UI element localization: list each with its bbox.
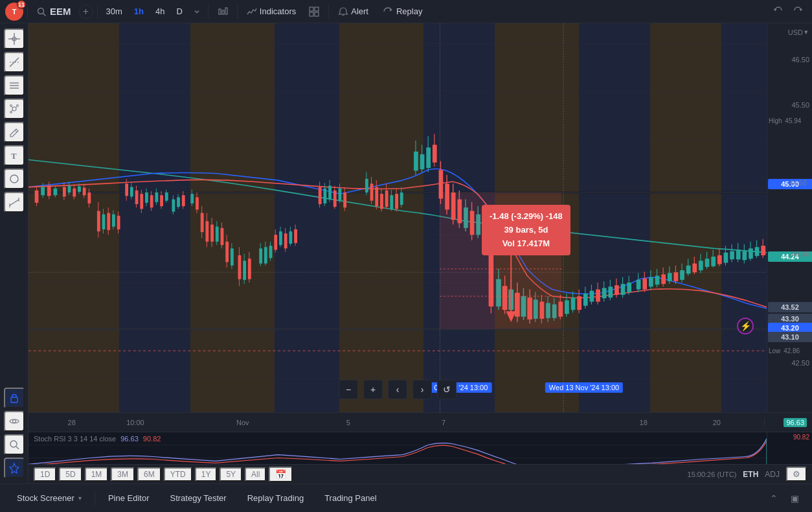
alert-button[interactable]: Alert (333, 4, 374, 19)
network-tool[interactable] (4, 99, 25, 119)
tf-d-button[interactable]: D (172, 5, 186, 18)
layout-button[interactable] (304, 4, 324, 19)
tf-5y[interactable]: 5Y (220, 467, 242, 482)
svg-line-23 (12, 110, 12, 111)
tf-1m[interactable]: 1M (85, 467, 109, 482)
notification-badge: 11 (17, 0, 26, 9)
time-display-area: 15:00:26 (UTC) ETH ADJ ⚙ (688, 467, 807, 482)
pin-tool[interactable] (4, 458, 25, 478)
timeframe-dropdown[interactable] (190, 6, 204, 17)
reset-view-button[interactable]: ↺ (437, 380, 457, 399)
chart-wrapper: -1.48 (-3.29%) -148 39 bars, 5d Vol 17.4… (28, 23, 812, 483)
chart-and-axis: -1.48 (-3.29%) -148 39 bars, 5d Vol 17.4… (28, 23, 812, 412)
price-44-50: 44.50 (789, 179, 809, 187)
date-crosshair-2: Wed 13 Nov '24 13:00 (545, 382, 623, 393)
time-labels: 28 10:00 Nov 5 7 18 20 (31, 413, 764, 432)
redo-button[interactable] (789, 3, 807, 20)
high-label: High 45.94 (769, 117, 801, 124)
pencil-tool[interactable] (4, 122, 25, 143)
zoom-in-button[interactable]: + (363, 380, 383, 399)
left-sidebar: T (0, 23, 28, 483)
chart-type-button[interactable] (212, 4, 233, 19)
currency-label[interactable]: USD ▾ (785, 27, 811, 37)
search-watch-tool[interactable] (4, 434, 25, 455)
tf-3m[interactable]: 3M (111, 467, 135, 482)
expand-button[interactable]: ▣ (785, 491, 804, 506)
tf-4h-button[interactable]: 4h (151, 5, 169, 18)
zoom-out-button[interactable]: − (339, 380, 358, 399)
svg-rect-4 (225, 8, 227, 14)
undo-redo-group (769, 3, 807, 20)
svg-point-20 (10, 111, 12, 113)
strategy-tester-tab[interactable]: Strategy Tester (161, 489, 235, 507)
svg-line-12 (10, 58, 19, 67)
undo-button[interactable] (769, 3, 787, 20)
lock-tool[interactable] (4, 388, 25, 408)
add-symbol-button[interactable]: + (79, 5, 93, 19)
collapse-button[interactable]: ⌃ (765, 491, 783, 506)
svg-rect-7 (310, 12, 313, 16)
svg-line-22 (16, 107, 17, 108)
time-controls: − + ‹ › ↺ (339, 380, 457, 399)
separator (97, 5, 98, 19)
svg-rect-30 (11, 397, 17, 402)
tf-5d[interactable]: 5D (59, 467, 82, 482)
price-tag-4352: 43.52 (768, 302, 812, 312)
svg-line-27 (10, 200, 19, 205)
tf-6m[interactable]: 6M (137, 467, 161, 482)
price-44-00: 44.00 (791, 250, 809, 258)
tf-ytd[interactable]: YTD (164, 467, 192, 482)
shapes-tool[interactable] (4, 169, 25, 189)
crosshair-tool[interactable] (4, 29, 25, 49)
candlestick-chart (28, 23, 767, 412)
scroll-next-button[interactable]: › (412, 380, 432, 399)
search-icon[interactable]: EEM (32, 3, 76, 19)
tf-30m-button[interactable]: 30m (102, 5, 127, 18)
tab-separator (95, 491, 95, 506)
indicators-button[interactable]: Indicators (242, 4, 301, 19)
svg-rect-88 (107, 213, 110, 230)
top-toolbar: T 11 EEM + 30m 1h 4h D Indicators (0, 0, 812, 23)
tf-1y[interactable]: 1Y (195, 467, 218, 482)
svg-rect-8 (315, 12, 319, 16)
svg-point-18 (10, 105, 12, 107)
replay-button[interactable]: Replay (376, 4, 429, 19)
chain-label: ETH (743, 470, 758, 479)
price-42-50: 42.50 (791, 359, 809, 367)
user-avatar[interactable]: T 11 (5, 3, 23, 21)
time-label-nov: Nov (236, 419, 249, 426)
separator (208, 5, 209, 19)
measure-tool[interactable] (4, 192, 25, 213)
pine-editor-tab[interactable]: Pine Editor (99, 489, 159, 507)
eye-tool[interactable] (4, 411, 25, 432)
svg-point-31 (12, 420, 16, 423)
alert-power-icon[interactable]: ⚡ (737, 318, 754, 334)
tf-1d[interactable]: 1D (34, 467, 56, 482)
tf-1h-button[interactable]: 1h (130, 5, 148, 18)
svg-line-24 (15, 130, 17, 132)
replay-trading-tab[interactable]: Replay Trading (238, 489, 313, 507)
calendar-button[interactable]: 📅 (269, 467, 293, 482)
rsi-axis-badge: 96.63 (764, 418, 809, 427)
bottom-right-controls: ⌃ ▣ (765, 491, 804, 506)
line-tool[interactable] (4, 52, 25, 73)
brush-tool[interactable] (4, 75, 25, 96)
tf-all[interactable]: All (245, 467, 266, 482)
scroll-prev-button[interactable]: ‹ (388, 380, 407, 399)
separator (237, 5, 238, 19)
main-layout: T (0, 23, 812, 483)
text-tool[interactable]: T (4, 145, 25, 166)
time-label-18: 18 (640, 419, 648, 426)
svg-point-19 (16, 105, 18, 107)
stock-screener-tab[interactable]: Stock Screener ▾ (8, 489, 91, 507)
trading-panel-tab[interactable]: Trading Panel (315, 489, 385, 507)
svg-rect-140 (319, 187, 322, 204)
svg-point-32 (10, 441, 17, 447)
time-label-28: 28 (68, 419, 76, 426)
time-label-1000: 10:00 (126, 419, 144, 426)
svg-rect-5 (310, 7, 313, 11)
svg-rect-80 (160, 195, 163, 206)
svg-rect-116 (231, 248, 234, 265)
settings-icon[interactable]: ⚙ (786, 467, 807, 482)
chart-canvas[interactable]: -1.48 (-3.29%) -148 39 bars, 5d Vol 17.4… (28, 23, 767, 412)
